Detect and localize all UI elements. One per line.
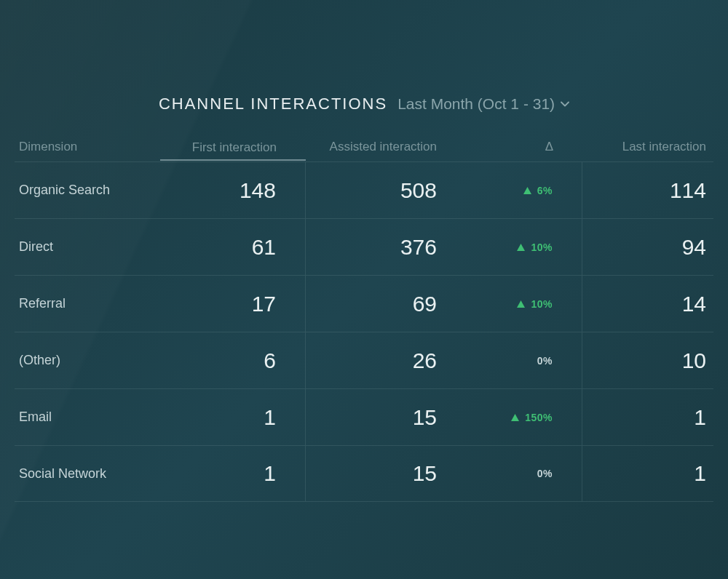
cell-first-interaction: 1 [160, 389, 306, 445]
cell-assisted-interaction: 15 [306, 389, 466, 445]
channel-interactions-widget: CHANNEL INTERACTIONS Last Month (Oct 1 -… [0, 0, 728, 502]
period-label: Last Month (Oct 1 - 31) [397, 95, 555, 113]
table-body: Organic Search1485086%114Direct6137610%9… [15, 161, 713, 502]
cell-first-interaction: 17 [160, 276, 306, 332]
cell-last-interaction: 114 [582, 162, 713, 218]
cell-last-interaction: 1 [582, 389, 713, 445]
value-last-interaction: 114 [670, 178, 706, 203]
cell-first-interaction: 1 [160, 446, 306, 501]
value-first-interaction: 17 [252, 292, 276, 316]
value-assisted-interaction: 26 [413, 348, 437, 373]
cell-last-interaction: 14 [582, 276, 713, 332]
table-header-row: Dimension First interaction Assisted int… [15, 140, 713, 161]
cell-assisted-interaction: 69 [306, 276, 466, 332]
cell-assisted-interaction: 15 [306, 446, 466, 501]
value-last-interaction: 1 [694, 405, 706, 430]
value-delta: 6% [537, 185, 553, 196]
value-first-interaction: 1 [264, 461, 276, 486]
col-header-delta[interactable]: Δ [466, 140, 582, 154]
col-header-last-interaction[interactable]: Last interaction [582, 140, 713, 154]
triangle-up-icon [517, 244, 525, 251]
col-header-assisted-interaction[interactable]: Assisted interaction [306, 140, 466, 154]
cell-dimension: Organic Search [15, 162, 160, 218]
cell-first-interaction: 6 [160, 332, 306, 388]
value-delta: 0% [537, 355, 553, 367]
cell-delta: 10% [466, 276, 582, 332]
value-first-interaction: 148 [240, 178, 276, 203]
triangle-up-icon [511, 414, 519, 421]
chevron-down-icon [561, 101, 569, 107]
col-header-first-interaction[interactable]: First interaction [160, 140, 306, 161]
table-row: (Other)6260%10 [15, 332, 713, 388]
cell-last-interaction: 94 [582, 219, 713, 275]
cell-first-interaction: 61 [160, 219, 306, 275]
cell-assisted-interaction: 508 [306, 162, 466, 218]
triangle-up-icon [517, 300, 525, 308]
table-row: Social Network1150%1 [15, 445, 713, 502]
table-row: Referral176910%14 [15, 275, 713, 332]
value-last-interaction: 1 [694, 461, 706, 486]
value-assisted-interaction: 15 [413, 405, 437, 430]
value-assisted-interaction: 15 [413, 461, 437, 486]
cell-dimension: Social Network [15, 446, 160, 501]
cell-assisted-interaction: 376 [306, 219, 466, 275]
col-header-dimension[interactable]: Dimension [15, 140, 160, 154]
value-first-interaction: 61 [252, 235, 276, 260]
interactions-table: Dimension First interaction Assisted int… [15, 140, 713, 502]
value-assisted-interaction: 376 [400, 235, 437, 260]
value-first-interaction: 1 [264, 405, 276, 430]
value-delta: 10% [531, 298, 553, 310]
cell-dimension: Referral [15, 276, 160, 332]
cell-delta: 150% [466, 389, 582, 445]
table-row: Direct6137610%94 [15, 218, 713, 275]
value-first-interaction: 6 [264, 348, 276, 373]
triangle-up-icon [523, 187, 531, 194]
table-row: Email115150%1 [15, 388, 713, 445]
cell-delta: 6% [466, 162, 582, 218]
cell-delta: 0% [466, 446, 582, 501]
value-assisted-interaction: 508 [400, 178, 437, 203]
cell-first-interaction: 148 [160, 162, 306, 218]
cell-dimension: Direct [15, 219, 160, 275]
value-delta: 0% [537, 468, 553, 479]
widget-header: CHANNEL INTERACTIONS Last Month (Oct 1 -… [15, 95, 713, 113]
value-delta: 10% [531, 241, 553, 253]
value-delta: 150% [525, 412, 553, 423]
cell-assisted-interaction: 26 [306, 332, 466, 388]
value-last-interaction: 14 [682, 292, 706, 316]
cell-delta: 10% [466, 219, 582, 275]
widget-title: CHANNEL INTERACTIONS [159, 95, 387, 113]
cell-last-interaction: 10 [582, 332, 713, 388]
cell-last-interaction: 1 [582, 446, 713, 501]
value-assisted-interaction: 69 [413, 292, 437, 316]
value-last-interaction: 94 [682, 235, 706, 260]
table-row: Organic Search1485086%114 [15, 161, 713, 218]
cell-delta: 0% [466, 332, 582, 388]
period-selector[interactable]: Last Month (Oct 1 - 31) [397, 95, 569, 113]
cell-dimension: Email [15, 389, 160, 445]
cell-dimension: (Other) [15, 332, 160, 388]
value-last-interaction: 10 [682, 348, 706, 373]
